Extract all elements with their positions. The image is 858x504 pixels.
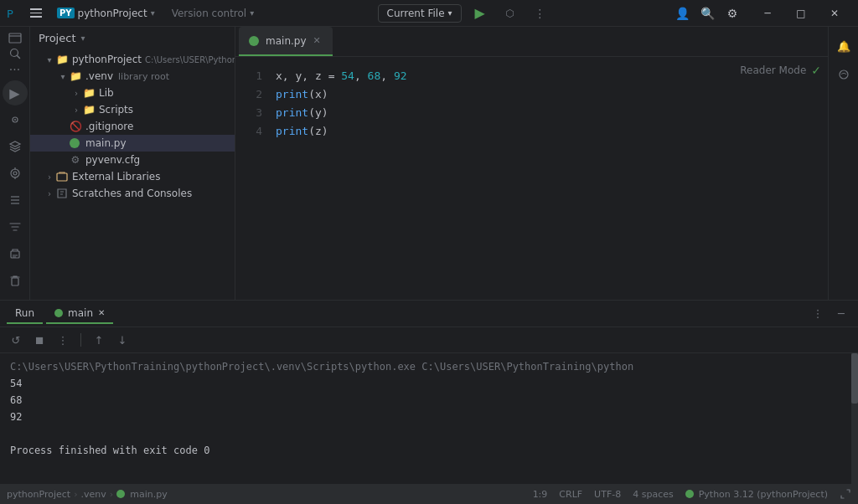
run-tab-label: Run — [15, 307, 34, 319]
bp-kebab-menu[interactable]: ⋮ — [808, 304, 828, 324]
project-switcher[interactable]: PY pythonProject ▾ — [52, 6, 160, 21]
svg-rect-13 — [12, 278, 18, 285]
code-area[interactable]: x, y, z = 54, 68, 92 print(x) print(y) p… — [269, 57, 828, 300]
statusbar: pythonProject › .venv › main.py 1:9 CRLF… — [0, 484, 858, 504]
svg-rect-1 — [9, 33, 21, 43]
file-tree: ▾ 📁 pythonProject C:\Users\USER\PythonTr… — [30, 49, 235, 300]
breadcrumb[interactable]: pythonProject › .venv › main.py — [7, 489, 168, 500]
terminal-output-54: 54 — [10, 375, 848, 392]
status-line-endings[interactable]: CRLF — [559, 489, 582, 500]
sidebar-icon-print[interactable] — [3, 241, 28, 266]
svg-point-4 — [14, 119, 16, 121]
svg-text:P: P — [7, 8, 13, 20]
folder-icon-root: 📁 — [55, 53, 69, 66]
status-encoding[interactable]: UTF-8 — [594, 489, 621, 500]
tree-arrow-lib: › — [70, 89, 82, 98]
tree-item-lib[interactable]: › 📁 Lib — [30, 85, 235, 101]
sidebar-icon-layers[interactable] — [3, 134, 28, 159]
svg-point-6 — [13, 172, 17, 175]
code-line-4: print(z) — [276, 122, 821, 141]
terminal-scrollbar[interactable] — [851, 353, 858, 484]
scroll-up-button[interactable]: ↑ — [90, 331, 108, 349]
sidebar-icon-run[interactable]: ▶ — [3, 80, 28, 105]
terminal-output-68: 68 — [10, 392, 848, 409]
encoding-label: UTF-8 — [594, 489, 621, 500]
file-icon-gitignore: 🚫 — [69, 120, 82, 133]
position-label: 1:9 — [533, 489, 548, 500]
vc-menu[interactable]: Version control ▾ — [167, 6, 260, 21]
root-path: C:\Users\USER\PythonTraining\pythonProje… — [145, 55, 235, 64]
reader-mode-badge[interactable]: Reader Mode ✓ — [740, 64, 821, 77]
tab-main-py[interactable]: main.py ✕ — [239, 27, 333, 56]
editor-tabs: main.py ✕ — [235, 27, 828, 57]
tree-item-venv[interactable]: ▾ 📁 .venv library root — [30, 68, 235, 85]
sidebar-icon-list[interactable] — [3, 188, 28, 213]
tree-arrow-scripts: › — [70, 105, 82, 115]
tree-item-gitignore[interactable]: 🚫 .gitignore — [30, 118, 235, 135]
line-numbers: 1 2 3 4 — [235, 57, 269, 300]
code-line-2: print(x) — [276, 85, 821, 104]
tree-item-root[interactable]: ▾ 📁 pythonProject C:\Users\USER\PythonTr… — [30, 51, 235, 68]
run-toolbar: ↺ ⏹ ⋮ ↑ ↓ — [0, 327, 858, 353]
tab-close-button[interactable]: ✕ — [312, 34, 323, 47]
current-file-selector[interactable]: Current File ▾ — [378, 4, 462, 23]
status-indent[interactable]: 4 spaces — [633, 489, 674, 500]
settings-button[interactable]: ⚙ — [721, 3, 744, 23]
terminal-exit-msg: Process finished with exit code 0 — [10, 442, 848, 459]
line-endings-label: CRLF — [559, 489, 582, 500]
tree-item-main-py[interactable]: main.py — [30, 135, 235, 152]
terminal-content[interactable]: C:\Users\USER\PythonTraining\pythonProje… — [0, 353, 858, 484]
tab-run[interactable]: Run — [7, 304, 43, 324]
tree-item-scripts[interactable]: › 📁 Scripts — [30, 101, 235, 118]
tab-main[interactable]: main ✕ — [46, 304, 113, 324]
profile-button[interactable]: 👤 — [670, 3, 694, 23]
status-position[interactable]: 1:9 — [533, 489, 548, 500]
tree-item-pyvenv[interactable]: ⚙ pyvenv.cfg — [30, 152, 235, 168]
minimize-button[interactable]: ─ — [751, 0, 784, 27]
main-tab-close[interactable]: ✕ — [98, 308, 105, 317]
sidebar-icon-plugins[interactable] — [3, 107, 28, 132]
file-icon-main-py — [69, 136, 82, 150]
sidebar-icon-target[interactable] — [3, 161, 28, 186]
tree-arrow-root: ▾ — [44, 55, 55, 64]
maximize-button[interactable]: □ — [784, 0, 818, 27]
search-button[interactable]: 🔍 — [695, 3, 719, 23]
tree-arrow-scratches: › — [44, 189, 55, 198]
reader-mode-label: Reader Mode — [740, 64, 806, 76]
breadcrumb-venv: .venv — [81, 489, 106, 500]
status-expand[interactable] — [840, 488, 851, 500]
vc-label: Version control — [172, 8, 247, 19]
bp-minimize[interactable]: ─ — [831, 304, 851, 324]
run-button[interactable]: ▶ — [468, 3, 492, 23]
breadcrumb-project: pythonProject — [7, 489, 70, 500]
tree-item-ext-libs[interactable]: › External Libraries — [30, 168, 235, 185]
sidebar-icon-project[interactable] — [3, 30, 28, 44]
tree-item-scratches[interactable]: › Scratches and Consoles — [30, 185, 235, 202]
project-title-chevron: ▾ — [80, 33, 85, 43]
indent-label: 4 spaces — [633, 489, 674, 500]
hamburger-menu[interactable] — [27, 5, 45, 21]
bottom-tabs: Run main ✕ ⋮ ─ — [0, 301, 858, 327]
close-button[interactable]: ✕ — [818, 0, 851, 27]
sidebar-icon-sort[interactable] — [3, 214, 28, 239]
stop-button[interactable]: ⏹ — [30, 331, 49, 349]
scroll-down-button[interactable]: ↓ — [113, 331, 132, 349]
file-panel-header: Project ▾ — [30, 27, 235, 49]
sidebar-icon-search[interactable] — [3, 46, 28, 60]
root-label: pythonProject — [72, 54, 142, 65]
scratches-label: Scratches and Consoles — [72, 188, 192, 199]
scrollbar-thumb — [851, 353, 858, 404]
code-line-3: print(y) — [276, 104, 821, 122]
right-icon-ai[interactable] — [831, 62, 856, 87]
sidebar-icon-more[interactable]: ··· — [3, 63, 28, 77]
right-icon-notification[interactable]: 🔔 — [831, 33, 856, 59]
more-button[interactable]: ⋮ — [529, 3, 552, 23]
icon-ext-libs — [55, 170, 69, 183]
sidebar-icon-trash[interactable] — [3, 268, 28, 293]
status-interpreter[interactable]: Python 3.12 (pythonProject) — [685, 489, 828, 500]
icon-scratches — [55, 187, 69, 200]
debug-button[interactable]: ⬡ — [499, 3, 522, 23]
toolbar-more-button[interactable]: ⋮ — [54, 331, 72, 349]
breadcrumb-file: main.py — [130, 489, 167, 500]
rerun-button[interactable]: ↺ — [7, 331, 25, 349]
